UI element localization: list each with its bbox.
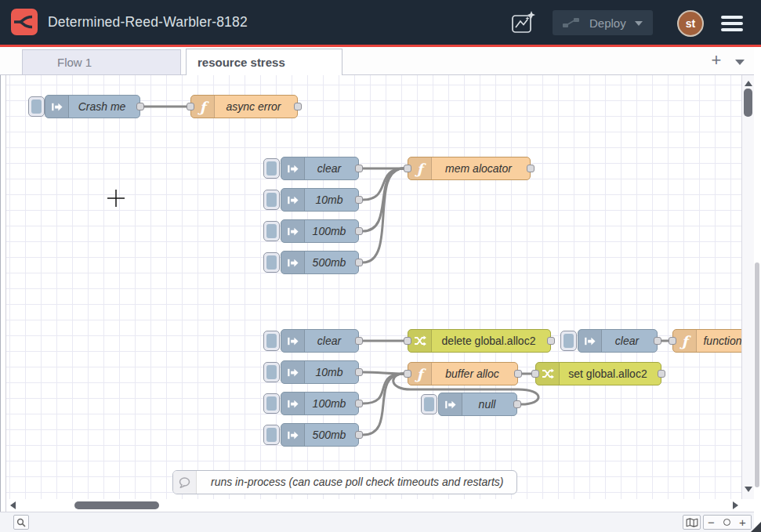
output-port[interactable] [294, 103, 302, 110]
input-port[interactable] [404, 370, 411, 378]
function-icon: ƒ [673, 330, 697, 352]
node-label: null [462, 393, 516, 415]
node-500mb-buf[interactable]: 500mb [281, 423, 359, 447]
output-port[interactable] [355, 165, 363, 172]
inject-button-pad [266, 396, 277, 411]
page-scrollbar[interactable] [754, 47, 761, 532]
node-function-clipped[interactable]: ƒ function [672, 329, 741, 353]
node-label: async error [215, 96, 297, 118]
zoom-reset-icon [723, 519, 730, 526]
node-100mb-mem[interactable]: 100mb [281, 219, 359, 243]
inject-icon [439, 393, 462, 415]
flow-list-caret[interactable] [735, 60, 745, 65]
output-port[interactable] [527, 165, 535, 172]
ai-assistant-button[interactable] [510, 10, 537, 35]
search-button[interactable] [13, 515, 29, 530]
output-port[interactable] [654, 337, 661, 345]
search-icon [16, 518, 26, 527]
node-100mb-buf[interactable]: 100mb [281, 392, 359, 415]
inject-button[interactable] [263, 331, 280, 351]
zoom-in-button[interactable]: + [734, 515, 752, 530]
output-port[interactable] [355, 337, 363, 345]
inject-button[interactable] [263, 221, 280, 241]
node-null[interactable]: null [438, 393, 517, 416]
input-port[interactable] [404, 165, 411, 172]
resize-grip[interactable] [751, 522, 761, 532]
output-port[interactable] [547, 337, 555, 345]
navigator-button[interactable] [683, 515, 701, 530]
input-port[interactable] [404, 337, 411, 345]
node-set-global-alloc2[interactable]: set global.alloc2 [535, 362, 661, 385]
zoom-reset-button[interactable] [719, 515, 735, 530]
input-port[interactable] [187, 103, 194, 110]
inject-button[interactable] [421, 394, 437, 414]
node-label: 10mb [305, 361, 358, 383]
output-port[interactable] [513, 400, 521, 408]
main-menu-button[interactable] [721, 16, 743, 34]
node-10mb-mem[interactable]: 10mb [281, 188, 359, 212]
node-clear-buf[interactable]: clear [281, 329, 359, 353]
inject-button-pad [31, 100, 42, 114]
wire[interactable] [363, 374, 404, 435]
node-mem-alocator[interactable]: ƒ mem alocator [408, 157, 531, 180]
scroll-up-arrow[interactable] [745, 81, 752, 86]
hamburger-icon [721, 22, 743, 25]
scroll-right-arrow[interactable] [733, 501, 738, 509]
inject-button[interactable] [28, 96, 45, 117]
scroll-left-arrow[interactable] [10, 501, 16, 509]
inject-button[interactable] [263, 425, 280, 445]
node-500mb-mem[interactable]: 500mb [281, 251, 359, 274]
add-flow-button[interactable]: + [706, 47, 727, 75]
vertical-scrollbar[interactable] [741, 75, 754, 499]
node-delete-global-alloc2[interactable]: delete global.alloc2 [408, 329, 551, 353]
horizontal-scroll-thumb[interactable] [74, 501, 159, 509]
output-port[interactable] [355, 227, 363, 235]
inject-icon [281, 157, 305, 179]
page-scroll-thumb[interactable] [755, 262, 759, 487]
node-clear-fn[interactable]: clear [578, 329, 658, 353]
output-port[interactable] [355, 431, 363, 439]
deploy-options-caret[interactable] [635, 21, 643, 26]
output-port[interactable] [136, 103, 144, 110]
tab-flow-1[interactable]: Flow 1 [22, 49, 181, 75]
output-port[interactable] [658, 370, 665, 378]
flow-canvas[interactable]: Crash me ƒ async error clear 10mb 100mb [6, 75, 741, 499]
inject-button-pad [266, 428, 277, 442]
inject-icon [281, 220, 305, 242]
node-comment[interactable]: runs in-process (can cause poll check ti… [172, 470, 517, 494]
output-port[interactable] [355, 400, 363, 407]
tab-resource-stress[interactable]: resource stress [186, 49, 342, 75]
node-crash-me[interactable]: Crash me [45, 95, 140, 118]
inject-button[interactable] [263, 252, 280, 273]
input-port[interactable] [531, 370, 539, 378]
change-icon [536, 363, 560, 385]
inject-button[interactable] [263, 362, 280, 382]
output-port[interactable] [355, 259, 363, 266]
zoom-out-button[interactable]: − [703, 515, 719, 530]
instance-title: Determined-Reed-Warbler-8182 [48, 0, 248, 45]
header-bar: Determined-Reed-Warbler-8182 Deploy st [0, 0, 761, 47]
inject-button[interactable] [263, 158, 280, 179]
workspace-tabbar: Flow 1 resource stress + [0, 47, 754, 75]
node-label: set global.alloc2 [560, 363, 661, 385]
vertical-scroll-thumb[interactable] [744, 89, 752, 117]
output-port[interactable] [355, 196, 363, 204]
inject-button[interactable] [560, 331, 577, 351]
flowfuse-logo[interactable] [11, 9, 38, 35]
node-async-error[interactable]: ƒ async error [190, 95, 298, 118]
inject-button[interactable] [263, 190, 280, 210]
inject-button[interactable] [263, 393, 280, 414]
scroll-down-arrow[interactable] [745, 487, 752, 492]
node-10mb-buf[interactable]: 10mb [281, 360, 359, 384]
input-port[interactable] [669, 337, 676, 345]
node-buffer-alloc[interactable]: ƒ buffer alloc [408, 362, 518, 385]
node-label: 100mb [305, 393, 358, 414]
output-port[interactable] [355, 368, 363, 376]
deploy-button[interactable]: Deploy [553, 10, 653, 35]
output-port[interactable] [514, 370, 522, 378]
branch-icon [11, 9, 38, 35]
user-avatar[interactable]: st [677, 10, 704, 37]
horizontal-scrollbar[interactable] [6, 499, 741, 512]
node-clear-mem[interactable]: clear [281, 157, 359, 180]
node-label: clear [305, 157, 358, 179]
